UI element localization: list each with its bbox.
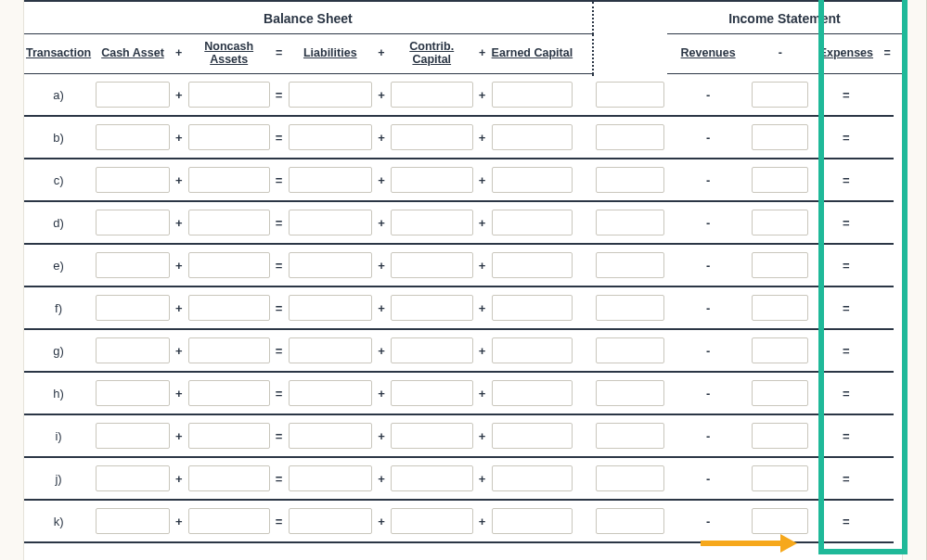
contrib-capital-input[interactable]: [391, 210, 473, 235]
liabilities-input[interactable]: [289, 465, 372, 491]
cash-asset-input[interactable]: [96, 124, 170, 150]
op-plus: +: [173, 34, 186, 74]
op-plus: +: [173, 457, 186, 500]
earned-capital-input[interactable]: [492, 210, 573, 235]
cash-asset-input[interactable]: [96, 465, 170, 491]
earned-capital-input[interactable]: [492, 423, 573, 449]
liabilities-input[interactable]: [289, 252, 372, 278]
liabilities-input[interactable]: [289, 295, 372, 321]
expenses-input[interactable]: [752, 380, 808, 406]
noncash-assets-input[interactable]: [188, 423, 270, 449]
cash-asset-input[interactable]: [96, 380, 170, 406]
revenues-input[interactable]: [596, 124, 664, 150]
op-equals: =: [811, 500, 881, 542]
op-equals: =: [273, 500, 286, 542]
expenses-input[interactable]: [752, 210, 808, 235]
contrib-capital-input[interactable]: [391, 82, 473, 108]
earned-capital-input[interactable]: [492, 337, 573, 363]
earned-capital-input[interactable]: [492, 380, 573, 406]
revenues-input[interactable]: [596, 252, 664, 278]
liabilities-input[interactable]: [289, 423, 372, 449]
earned-capital-input[interactable]: [492, 465, 573, 491]
expenses-input[interactable]: [752, 337, 808, 363]
revenues-input[interactable]: [596, 82, 664, 108]
earned-capital-input[interactable]: [492, 295, 573, 321]
liabilities-input[interactable]: [289, 337, 372, 363]
earned-capital-input[interactable]: [492, 167, 573, 193]
revenues-input[interactable]: [596, 337, 664, 363]
noncash-assets-input[interactable]: [188, 167, 270, 193]
col-revenues: Revenues: [681, 46, 736, 59]
contrib-capital-input[interactable]: [391, 508, 473, 534]
revenues-input[interactable]: [596, 210, 664, 235]
table-row: f)+=++-=: [24, 286, 902, 329]
noncash-assets-input[interactable]: [188, 82, 270, 108]
earned-capital-input[interactable]: [492, 252, 573, 278]
noncash-assets-input[interactable]: [188, 508, 270, 534]
cash-asset-input[interactable]: [96, 210, 170, 235]
noncash-assets-input[interactable]: [188, 295, 270, 321]
noncash-assets-input[interactable]: [188, 210, 270, 235]
op-plus: +: [476, 329, 489, 372]
op-plus: +: [476, 372, 489, 414]
cash-asset-input[interactable]: [96, 295, 170, 321]
liabilities-input[interactable]: [289, 124, 372, 150]
expenses-input[interactable]: [752, 82, 808, 108]
contrib-capital-input[interactable]: [391, 465, 473, 491]
liabilities-input[interactable]: [289, 167, 372, 193]
op-plus: +: [476, 74, 489, 116]
liabilities-input[interactable]: [289, 508, 372, 534]
col-transaction: Transaction: [26, 46, 91, 59]
cash-asset-input[interactable]: [96, 167, 170, 193]
cash-asset-input[interactable]: [96, 508, 170, 534]
expenses-input[interactable]: [752, 295, 808, 321]
contrib-capital-input[interactable]: [391, 337, 473, 363]
contrib-capital-input[interactable]: [391, 124, 473, 150]
contrib-capital-input[interactable]: [391, 380, 473, 406]
row-label: g): [24, 329, 93, 372]
earned-capital-input[interactable]: [492, 508, 573, 534]
revenues-input[interactable]: [596, 295, 664, 321]
table-row: b)+=++-=: [24, 116, 902, 159]
cash-asset-input[interactable]: [96, 252, 170, 278]
cash-asset-input[interactable]: [96, 82, 170, 108]
contrib-capital-input[interactable]: [391, 252, 473, 278]
contrib-capital-input[interactable]: [391, 423, 473, 449]
op-plus: +: [375, 74, 388, 116]
revenues-input[interactable]: [596, 508, 664, 534]
noncash-assets-input[interactable]: [188, 465, 270, 491]
cash-asset-input[interactable]: [96, 337, 170, 363]
earned-capital-input[interactable]: [492, 82, 573, 108]
expenses-input[interactable]: [752, 252, 808, 278]
contrib-capital-input[interactable]: [391, 295, 473, 321]
liabilities-input[interactable]: [289, 380, 372, 406]
liabilities-input[interactable]: [289, 210, 372, 235]
op-plus: +: [476, 414, 489, 457]
op-minus: -: [667, 329, 749, 372]
noncash-assets-input[interactable]: [188, 380, 270, 406]
revenues-input[interactable]: [596, 167, 664, 193]
expenses-input[interactable]: [752, 423, 808, 449]
noncash-assets-input[interactable]: [188, 337, 270, 363]
expenses-input[interactable]: [752, 508, 808, 534]
revenues-input[interactable]: [596, 465, 664, 491]
op-plus: +: [173, 372, 186, 414]
op-plus: +: [476, 286, 489, 329]
revenues-input[interactable]: [596, 380, 664, 406]
earned-capital-input[interactable]: [492, 124, 573, 150]
noncash-assets-input[interactable]: [188, 252, 270, 278]
op-equals: =: [811, 74, 881, 116]
column-headers: Transaction Cash Asset + Noncash Assets …: [24, 34, 902, 74]
op-equals: =: [273, 457, 286, 500]
table-row: k)+=++-=: [24, 500, 902, 542]
op-plus: +: [476, 159, 489, 201]
cash-asset-input[interactable]: [96, 423, 170, 449]
expenses-input[interactable]: [752, 167, 808, 193]
revenues-input[interactable]: [596, 423, 664, 449]
expenses-input[interactable]: [752, 465, 808, 491]
contrib-capital-input[interactable]: [391, 167, 473, 193]
expenses-input[interactable]: [752, 124, 808, 150]
op-plus: +: [173, 414, 186, 457]
liabilities-input[interactable]: [289, 82, 372, 108]
noncash-assets-input[interactable]: [188, 124, 270, 150]
